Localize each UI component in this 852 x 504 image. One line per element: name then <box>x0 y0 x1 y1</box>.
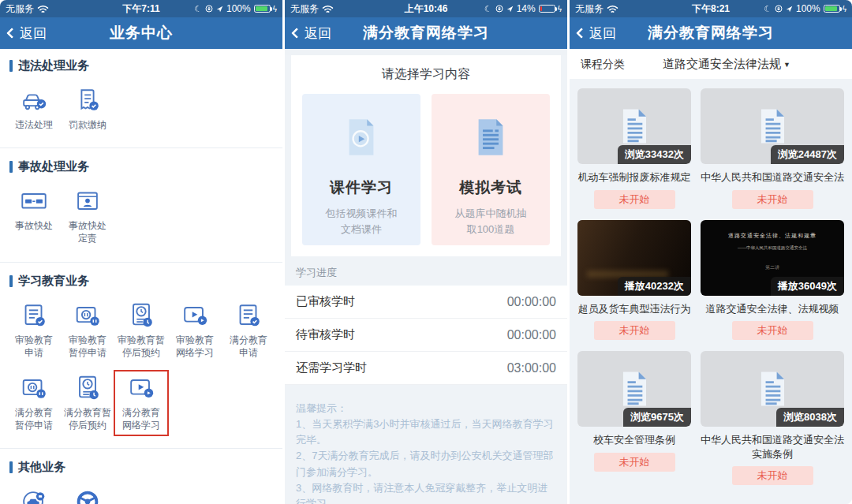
progress-row: 待审核学时00:00:00 <box>285 319 567 352</box>
course-card[interactable]: 道路交通安全法律、法规和规章——中华人民共和国道路交通安全法第二讲播放36049… <box>701 220 844 341</box>
tips-list: 1、当天累积学满3小时并审核通过后，当天网络教育学习完毕。2、7天满分教育完成后… <box>296 416 556 504</box>
dnd-moon-icon: ☾ <box>194 4 202 14</box>
back-button[interactable]: 返回 <box>8 24 47 43</box>
tips-title: 温馨提示： <box>296 401 556 416</box>
tip-line: 3、网络教育时，请注意本人免冠穿戴整齐，举止文明进行学习。 <box>296 480 556 504</box>
exam-icon <box>432 114 550 163</box>
section-title: 学习教育业务 <box>9 274 273 289</box>
progress-row: 还需学习学时03:00:00 <box>285 352 567 385</box>
progress-row: 已审核学时00:00:00 <box>285 286 567 319</box>
accident-duty-icon <box>73 186 103 216</box>
business-item-label: 满分教育暂 停后预约 <box>64 406 111 431</box>
business-item-label: 满分教育 网络学习 <box>122 406 160 431</box>
category-dropdown[interactable]: 道路交通安全法律法规 ▼ <box>663 57 790 72</box>
view-count-badge: 浏览9675次 <box>623 408 691 427</box>
document-icon <box>749 103 796 150</box>
video-card-icon <box>126 373 156 403</box>
chevron-left-icon <box>291 28 302 39</box>
battery-percent-label: 100% <box>796 3 820 14</box>
move-car-icon <box>19 487 49 504</box>
document-thumbnail[interactable]: 浏览33432次 <box>577 88 691 164</box>
course-card[interactable]: 浏览8038次中华人民共和国道路交通安全法 实施条例未开始 <box>701 351 844 485</box>
business-item[interactable]: 满分教育 申请 <box>222 298 275 363</box>
business-item[interactable]: 事故快处 定责 <box>61 184 114 248</box>
study-option-card[interactable]: 模拟考试从题库中随机抽取100道题 <box>432 94 550 245</box>
study-option-card[interactable]: 课件学习包括视频课件和文档课件 <box>302 94 420 245</box>
business-item[interactable]: 满分教育 暂停申请 <box>7 371 61 435</box>
orientation-lock-icon <box>205 5 213 13</box>
business-item-label: 审验教育 暂停申请 <box>69 334 106 359</box>
course-title: 中华人民共和国道路交通安全法 <box>701 170 844 185</box>
business-row: 审验教育 申请审验教育 暂停申请审验教育暂 停后预约审验教育 网络学习满分教育 … <box>0 298 282 363</box>
option-desc: 包括视频课件和文档课件 <box>302 206 420 237</box>
progress-row-value: 03:00:00 <box>507 361 556 375</box>
clock-label: 上午10:46 <box>405 2 448 16</box>
status-badge: 未开始 <box>732 466 813 485</box>
business-item[interactable]: 审验教育暂 停后预约 <box>114 298 168 363</box>
thumbnail-text: 第二讲 <box>765 264 779 271</box>
business-item[interactable]: 罚款缴纳 <box>61 83 114 135</box>
chevron-left-icon <box>6 28 17 39</box>
course-card[interactable]: 播放40232次超员及货车典型违法行为未开始 <box>577 220 691 341</box>
document-thumbnail[interactable]: 浏览24487次 <box>701 88 844 164</box>
screen-course-list: 无服务 下午8:21 ☾ 100% ϟ 返回 满分教育网络学习 课程分类 <box>570 0 852 504</box>
business-item[interactable]: 满分教育暂 停后预约 <box>61 371 114 435</box>
screenshot-root: 无服务 下午7:11 ☾ 100% ϟ 返回 业务中心 违法处理业务违法处理罚款… <box>0 0 852 504</box>
business-row: 事故快处事故快处 定责 <box>0 184 282 248</box>
orientation-lock-icon <box>775 5 783 13</box>
nav-bar: 返回 满分教育网络学习 <box>285 17 567 49</box>
section-title: 其他业务 <box>9 460 273 475</box>
doc-badge-icon <box>19 301 49 330</box>
business-item[interactable]: 一键挪车 <box>7 484 61 504</box>
wifi-icon <box>37 5 49 13</box>
clock-label: 下午7:11 <box>122 2 159 16</box>
back-button[interactable]: 返回 <box>293 24 331 43</box>
business-item[interactable]: 审验教育 申请 <box>7 298 61 363</box>
back-button[interactable]: 返回 <box>577 24 616 43</box>
course-card[interactable]: 浏览24487次中华人民共和国道路交通安全法未开始 <box>701 88 844 209</box>
battery-icon <box>254 5 271 13</box>
view-count-badge: 浏览33432次 <box>618 145 691 164</box>
view-count-badge: 浏览8038次 <box>776 408 844 427</box>
study-options: 课件学习包括视频课件和文档课件模拟考试从题库中随机抽取100道题 <box>299 94 553 245</box>
clock-label: 下午8:21 <box>692 2 730 16</box>
business-item-label: 事故快处 定责 <box>69 219 106 245</box>
progress-row-label: 待审核学时 <box>296 327 355 342</box>
filter-label: 课程分类 <box>581 58 625 72</box>
business-item[interactable]: 事故快处 <box>7 184 61 248</box>
status-badge: 未开始 <box>594 190 675 209</box>
status-badge: 未开始 <box>594 321 675 340</box>
view-count-badge: 播放40232次 <box>618 277 691 296</box>
business-item[interactable]: 出行导航 <box>61 484 114 504</box>
clock-card-icon <box>126 301 156 330</box>
business-item[interactable]: 审验教育 网络学习 <box>168 298 222 363</box>
video-thumbnail[interactable]: 播放40232次 <box>577 220 691 296</box>
course-title: 机动车强制报废标准规定 <box>577 170 691 185</box>
progress-row-value: 00:00:00 <box>507 295 556 309</box>
course-card[interactable]: 浏览33432次机动车强制报废标准规定未开始 <box>577 88 691 209</box>
document-icon <box>611 103 658 150</box>
location-arrow-icon <box>506 6 514 13</box>
course-card[interactable]: 浏览9675次校车安全管理条例未开始 <box>577 351 691 485</box>
charging-bolt-icon: ϟ <box>843 5 846 13</box>
orientation-lock-icon <box>495 5 503 13</box>
course-grid: 浏览33432次机动车强制报废标准规定未开始浏览24487次中华人民共和国道路交… <box>570 79 852 495</box>
document-icon <box>611 365 658 413</box>
business-item[interactable]: 满分教育 网络学习 <box>114 371 168 435</box>
steering-wheel-icon <box>73 487 103 504</box>
location-arrow-icon <box>786 6 793 13</box>
wifi-icon <box>322 5 334 13</box>
charging-bolt-icon: ϟ <box>273 5 277 13</box>
business-item-label: 罚款缴纳 <box>69 118 106 131</box>
thumbnail-text: ——中华人民共和国道路交通安全法 <box>738 245 807 251</box>
document-thumbnail[interactable]: 浏览9675次 <box>577 351 691 427</box>
clock-card-icon <box>73 373 103 403</box>
battery-icon <box>539 5 555 13</box>
document-thumbnail[interactable]: 浏览8038次 <box>701 351 844 427</box>
business-item-label: 事故快处 <box>15 219 53 232</box>
status-bar: 无服务 下午7:11 ☾ 100% ϟ <box>0 0 282 17</box>
video-thumbnail[interactable]: 道路交通安全法律、法规和规章——中华人民共和国道路交通安全法第二讲播放36049… <box>701 220 844 296</box>
business-item[interactable]: 审验教育 暂停申请 <box>61 298 114 363</box>
business-section: 学习教育业务审验教育 申请审验教育 暂停申请审验教育暂 停后预约审验教育 网络学… <box>0 262 282 447</box>
business-item[interactable]: 违法处理 <box>7 83 61 135</box>
